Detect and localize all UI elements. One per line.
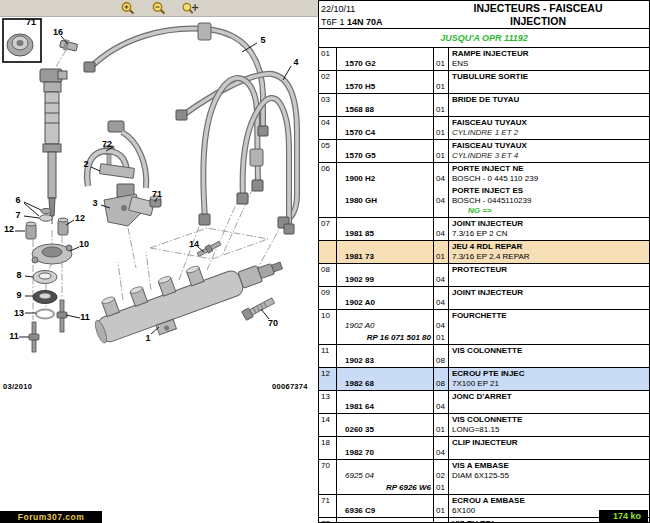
table-row[interactable]: 021570 H501TUBULURE SORTIE <box>319 71 649 94</box>
part-designation: JOINT INJECTEUR <box>449 287 649 309</box>
table-row[interactable]: 051570 G501FAISCEAU TUYAUXCYLINDRE 3 ET … <box>319 140 649 163</box>
part-quantity: 01 <box>434 140 449 162</box>
part-reference: 1981 64 <box>337 391 434 413</box>
callout-5: 5 <box>260 36 265 45</box>
table-row[interactable]: 061900 H204PORTE INJECT NEBOSCH - 0 445 … <box>319 163 649 218</box>
callout-71: 71 <box>152 190 162 199</box>
item-number: 11 <box>319 345 337 367</box>
table-row[interactable]: 121982 6808ECROU PTE INJEC7X100 EP 21 <box>319 368 649 391</box>
part-label: PORTE INJECT ES <box>452 186 648 196</box>
part-designation: PORTE INJECT NEBOSCH - 0 445 110 239 <box>449 163 649 185</box>
item-number: 07 <box>319 218 337 240</box>
callout-12: 12 <box>75 214 85 223</box>
part-reference: 1902 A0 <box>337 310 434 332</box>
zoom-in-icon[interactable] <box>119 1 137 15</box>
part-quantity: 04 <box>434 391 449 413</box>
part-quantity: 04 <box>434 437 449 459</box>
part-reference: 1981 73 <box>337 241 434 263</box>
part-label: FAISCEAU TUYAUX <box>452 141 648 151</box>
part-sublabel: CYLINDRE 3 ET 4 <box>452 151 648 161</box>
part-quantity: 01 <box>434 71 449 93</box>
item-number: 14 <box>319 414 337 436</box>
table-row[interactable]: 011570 G201RAMPE INJECTEURENS <box>319 48 649 71</box>
item-number: 18 <box>319 437 337 459</box>
part-quantity: 01 <box>434 332 449 344</box>
table-row[interactable]: 1981 7301JEU 4 RDL REPAR7.3/16 EP 2.4 RE… <box>319 241 649 264</box>
doc-title-line2: INJECTION <box>429 15 647 27</box>
part-quantity: 01 <box>434 117 449 139</box>
part-sublabel: 7.3/16 EP 2.4 REPAR <box>452 252 648 262</box>
table-row[interactable]: 091902 A004JOINT INJECTEUR <box>319 287 649 310</box>
part-label: BRIDE DE TUYAU <box>452 95 648 105</box>
part-quantity: 01 <box>434 241 449 263</box>
part-label: VIS COLONNETTE <box>452 415 648 425</box>
part-quantity: 04 <box>434 310 449 332</box>
part-designation: FOURCHETTE <box>449 310 649 332</box>
table-row[interactable]: 101902 A004FOURCHETTERP 16 071 501 8001 <box>319 310 649 345</box>
part-reference: 6925 04 <box>337 460 434 482</box>
item-number: 03 <box>319 94 337 116</box>
part-quantity: 02 <box>434 460 449 482</box>
table-row[interactable]: 131981 6404JONC D'ARRET <box>319 391 649 414</box>
part-quantity: 04 <box>434 264 449 286</box>
part-label: PORTE INJECT NE <box>452 164 648 174</box>
zoom-toolbar <box>0 0 318 17</box>
item-number: 08 <box>319 264 337 286</box>
callout-10: 10 <box>79 240 89 249</box>
part-label: JOINT INJECTEUR <box>452 288 648 298</box>
part-quantity: 01 <box>434 482 449 494</box>
part-sublabel: BOSCH - 0445110239 <box>452 196 648 206</box>
part-designation: ECROU PTE INJEC7X100 EP 21 <box>449 368 649 390</box>
item-number: 04 <box>319 117 337 139</box>
part-label: FAISCEAU TUYAUX <box>452 118 648 128</box>
parts-table-body: 011570 G201RAMPE INJECTEURENS021570 H501… <box>319 48 649 523</box>
part-reference: 1570 H5 <box>337 71 434 93</box>
table-row[interactable]: 071981 8504JOINT INJECTEUR7.3/16 EP 2 CN <box>319 218 649 241</box>
table-row[interactable]: 111902 8308VIS COLONNETTE <box>319 345 649 368</box>
diagram-number-stamp: 00067374 <box>272 382 308 391</box>
parts-table-panel: 22/10/11 INJECTEURS - FAISCEAU T6F 1 14N… <box>318 0 650 523</box>
part-reference: 1902 A0 <box>337 287 434 309</box>
part-reference: 6936 C9 <box>337 495 434 517</box>
part-quantity: 08 <box>434 368 449 390</box>
part-designation: PROTECTEUR <box>449 264 649 286</box>
part-quantity: 08 <box>434 345 449 367</box>
part-designation: TUBULURE SORTIE <box>449 71 649 93</box>
table-row[interactable]: 140260 3501VIS COLONNETTELONG=81.15 <box>319 414 649 437</box>
part-label: VIS COLONNETTE <box>452 346 648 356</box>
item-number: 02 <box>319 71 337 93</box>
part-designation: JEU 4 RDL REPAR7.3/16 EP 2.4 REPAR <box>449 241 649 263</box>
table-row[interactable]: 181982 7004CLIP INJECTEUR <box>319 437 649 460</box>
part-quantity: 04 <box>434 163 449 185</box>
part-designation: RAMPE INJECTEURENS <box>449 48 649 70</box>
part-quantity: 01 <box>434 48 449 70</box>
part-designation: VIS A EMBASEDIAM 6X125-55 <box>449 460 649 482</box>
part-sublabel: LONG=81.15 <box>452 425 648 435</box>
part-designation: CLIP INJECTEUR <box>449 437 649 459</box>
zoom-out-icon[interactable] <box>150 1 168 15</box>
part-reference: 1902 99 <box>337 264 434 286</box>
part-sublabel: BOSCH - 0 445 110 239 <box>452 174 648 184</box>
part-reference: 0260 35 <box>337 414 434 436</box>
zoom-pan-icon[interactable] <box>181 1 199 15</box>
table-row[interactable]: 041570 C401FAISCEAU TUYAUXCYLINDRE 1 ET … <box>319 117 649 140</box>
part-designation: BRIDE DE TUYAU <box>449 94 649 116</box>
part-label: JOINT INJECTEUR <box>452 219 648 229</box>
callout-1: 1 <box>145 334 150 343</box>
callout-13: 13 <box>14 309 24 318</box>
part-label: ECROU A EMBASE <box>452 496 648 506</box>
part-quantity: 04 <box>434 218 449 240</box>
part-quantity: 01 <box>434 414 449 436</box>
item-number: 12 <box>319 368 337 390</box>
watermark-bar: Forum307.com <box>0 511 102 523</box>
item-number: 13 <box>319 391 337 413</box>
callout-4: 4 <box>293 58 298 67</box>
item-number: 72 <box>319 518 337 523</box>
part-reference: 1570 G5 <box>337 140 434 162</box>
part-reference: 1982 68 <box>337 368 434 390</box>
table-row[interactable]: 081902 9904PROTECTEUR <box>319 264 649 287</box>
validity-banner: JUSQU'A OPR 11192 <box>319 29 649 48</box>
table-row[interactable]: 031568 8801BRIDE DE TUYAU <box>319 94 649 117</box>
part-reference: 1981 85 <box>337 218 434 240</box>
table-row[interactable]: 706925 0402VIS A EMBASEDIAM 6X125-55RP 6… <box>319 460 649 495</box>
